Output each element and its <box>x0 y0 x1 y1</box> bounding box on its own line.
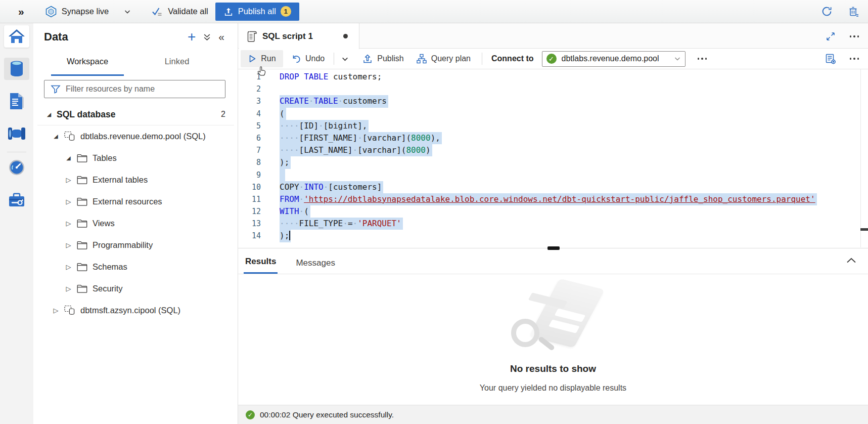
publish-upload-icon <box>362 53 373 64</box>
expand-toggle-icon[interactable]: ◢ <box>52 133 60 140</box>
divider <box>334 53 334 65</box>
editor-tab-bar: SQL script 1 <box>238 23 868 49</box>
magnifier-icon <box>511 319 539 347</box>
tab-messages[interactable]: Messages <box>294 258 336 274</box>
rail-divider <box>7 152 26 152</box>
expand-toggle-icon[interactable]: ▷ <box>65 241 72 249</box>
collapse-results-chevron-icon[interactable] <box>846 257 857 266</box>
nav-integrate[interactable] <box>4 122 29 145</box>
code-line-4[interactable]: ( <box>280 108 868 120</box>
tree-item-programmability[interactable]: ▷Programmability <box>33 234 238 256</box>
tab-linked[interactable]: Linked <box>154 57 200 76</box>
tree-item-label: dbtlabs.revenue.demo.pool (SQL) <box>80 132 206 141</box>
publish-button[interactable]: Publish <box>362 53 403 64</box>
code-line-10[interactable]: COPY·INTO·[customers] <box>280 181 868 193</box>
editor-scrollbar[interactable] <box>860 69 868 247</box>
code-line-3[interactable]: CREATE·TABLE·customers <box>280 95 868 107</box>
double-chevron-down-icon[interactable] <box>203 33 211 41</box>
undo-button[interactable]: Undo <box>291 54 325 64</box>
play-icon <box>248 54 257 63</box>
tree-item-tables[interactable]: ◢Tables <box>33 147 238 169</box>
code-line-12[interactable]: WITH·( <box>280 205 868 218</box>
expand-editor-icon[interactable] <box>826 31 836 41</box>
code-line-13[interactable]: ····FILE_TYPE·=·'PARQUET' <box>280 218 868 230</box>
nav-data[interactable] <box>4 58 29 80</box>
properties-icon[interactable] <box>825 53 837 65</box>
tree-item-dbtlabs-revenue-demo-pool-sql[interactable]: ◢dbtlabs.revenue.demo.pool (SQL) <box>33 125 238 147</box>
status-message: 00:00:02 Query executed successfully. <box>260 410 394 419</box>
code-line-9[interactable] <box>280 169 868 181</box>
expand-toggle-icon[interactable]: ▷ <box>65 220 72 227</box>
publish-label: Publish <box>377 54 403 63</box>
database-count: 2 <box>221 110 225 119</box>
chevron-down-icon[interactable] <box>124 8 131 15</box>
nav-develop[interactable] <box>4 90 29 112</box>
connect-to-dropdown[interactable]: ✓ dbtlabs.revenue.demo.pool <box>542 51 686 67</box>
query-plan-button[interactable]: Query plan <box>416 53 471 64</box>
publish-all-button[interactable]: Publish all 1 <box>215 3 299 21</box>
run-button[interactable]: Run <box>241 50 283 67</box>
tree-item-external-tables[interactable]: ▷External tables <box>33 169 238 191</box>
data-explorer-panel: Data + « Workspace Linked ◢ SQL database… <box>33 23 238 424</box>
expand-toggle-icon[interactable]: ▷ <box>65 176 72 184</box>
validate-all-button[interactable]: Validate all <box>151 6 208 17</box>
tree-item-schemas[interactable]: ▷Schemas <box>33 256 238 278</box>
code-line-11[interactable]: FROM·'https://dbtlabsynapsedatalake.blob… <box>280 193 868 205</box>
sql-code-editor[interactable]: 1234567891011121314 DROP TABLE customers… <box>238 69 868 247</box>
nav-home[interactable] <box>4 25 29 48</box>
tab-results[interactable]: Results <box>244 257 278 274</box>
undo-split-chevron-icon[interactable] <box>341 55 349 63</box>
nav-manage[interactable] <box>4 189 29 211</box>
expand-toggle-icon[interactable]: ▷ <box>52 307 60 314</box>
expand-toggle-icon[interactable]: ◢ <box>45 111 53 118</box>
expand-toggle-icon[interactable]: ▷ <box>65 285 72 292</box>
code-line-1[interactable]: DROP TABLE customers; <box>280 71 868 83</box>
chevron-down-icon <box>674 55 681 62</box>
code-line-2[interactable] <box>280 83 868 95</box>
folder-icon <box>77 197 87 206</box>
expand-toggle-icon[interactable]: ▷ <box>65 263 72 271</box>
tree-item-dbtmsft-azsyn-cipool-sql[interactable]: ▷dbtmsft.azsyn.cipool (SQL) <box>33 300 238 321</box>
filter-funnel-icon <box>51 84 61 94</box>
scrollbar-thumb[interactable] <box>860 228 868 231</box>
tree-item-external-resources[interactable]: ▷External resources <box>33 191 238 213</box>
splitter-drag-handle[interactable] <box>547 246 560 250</box>
expand-toggle-icon[interactable]: ◢ <box>65 155 72 161</box>
toolbox-icon <box>8 192 25 207</box>
tree-item-security[interactable]: ▷Security <box>33 278 238 300</box>
tree-item-label: Security <box>93 284 123 293</box>
toolbar-more-options-icon[interactable] <box>698 58 707 60</box>
pool-name: dbtlabs.revenue.demo.pool <box>562 54 674 63</box>
line-number: 8 <box>238 156 261 168</box>
run-label: Run <box>261 54 276 63</box>
editor-more-options-icon[interactable] <box>850 58 859 60</box>
expand-rail-icon[interactable]: » <box>18 6 24 18</box>
code-line-14[interactable]: ); <box>280 230 868 242</box>
tree-item-views[interactable]: ▷Views <box>33 213 238 234</box>
empty-results-subtitle: Your query yielded no displayable result… <box>238 384 868 393</box>
tab-more-options-icon[interactable] <box>850 35 859 37</box>
connect-to-label: Connect to <box>491 54 534 63</box>
refresh-icon[interactable] <box>821 6 833 17</box>
discard-all-trash-icon[interactable] <box>848 6 859 18</box>
environment-switcher[interactable]: Synapse live <box>45 6 131 18</box>
add-resource-icon[interactable]: + <box>188 31 196 43</box>
nav-monitor[interactable] <box>4 156 29 179</box>
validate-all-label: Validate all <box>168 7 208 16</box>
line-number: 11 <box>238 193 261 205</box>
line-number: 10 <box>238 181 261 193</box>
code-line-7[interactable]: ····[LAST_NAME]·[varchar](8000) <box>280 144 868 156</box>
tree-header-sql-database[interactable]: ◢ SQL database 2 <box>33 104 238 125</box>
code-line-8[interactable]: ); <box>280 156 868 168</box>
line-number-gutter: 1234567891011121314 <box>238 69 273 247</box>
code-line-6[interactable]: ····[FIRST_NAME]·[varchar](8000), <box>280 132 868 144</box>
gauge-icon <box>8 159 25 176</box>
code-area[interactable]: DROP TABLE customers;CREATE·TABLE·custom… <box>273 69 868 247</box>
line-number: 12 <box>238 205 261 218</box>
code-line-5[interactable]: ····[ID]·[bigint], <box>280 120 868 132</box>
collapse-panel-icon[interactable]: « <box>218 32 224 42</box>
filter-resources-input[interactable] <box>66 84 225 94</box>
tab-workspace[interactable]: Workspace <box>51 57 124 76</box>
tab-sql-script-1[interactable]: SQL script 1 <box>239 23 359 49</box>
expand-toggle-icon[interactable]: ▷ <box>65 198 72 205</box>
